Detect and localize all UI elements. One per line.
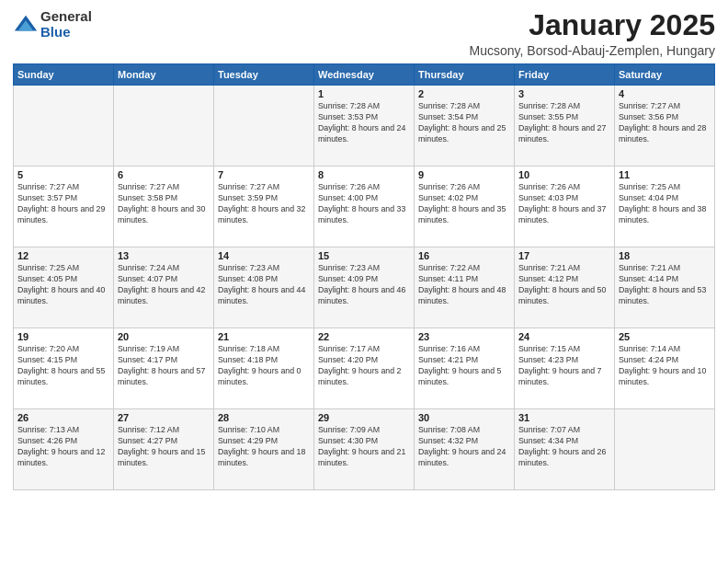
calendar-cell: 23Sunrise: 7:16 AMSunset: 4:21 PMDayligh… — [415, 328, 515, 409]
day-number: 18 — [619, 250, 711, 261]
day-info: Sunrise: 7:23 AMSunset: 4:09 PMDaylight:… — [318, 263, 410, 307]
day-info: Sunrise: 7:15 AMSunset: 4:23 PMDaylight:… — [518, 344, 610, 388]
calendar-table: Sunday Monday Tuesday Wednesday Thursday… — [13, 63, 715, 490]
day-info: Sunrise: 7:12 AMSunset: 4:27 PMDaylight:… — [118, 425, 210, 469]
day-number: 16 — [418, 250, 510, 261]
day-number: 10 — [518, 169, 610, 180]
col-thursday: Thursday — [415, 64, 515, 86]
calendar-cell: 5Sunrise: 7:27 AMSunset: 3:57 PMDaylight… — [14, 167, 114, 247]
day-info: Sunrise: 7:24 AMSunset: 4:07 PMDaylight:… — [118, 263, 210, 307]
day-number: 4 — [619, 88, 711, 99]
calendar-cell: 25Sunrise: 7:14 AMSunset: 4:24 PMDayligh… — [615, 328, 715, 409]
month-title: January 2025 — [470, 9, 715, 41]
day-number: 27 — [118, 412, 210, 423]
calendar-cell: 8Sunrise: 7:26 AMSunset: 4:00 PMDaylight… — [314, 167, 415, 247]
calendar-cell: 3Sunrise: 7:28 AMSunset: 3:55 PMDaylight… — [515, 86, 615, 167]
day-number: 8 — [318, 169, 410, 180]
day-number: 28 — [218, 412, 310, 423]
day-info: Sunrise: 7:09 AMSunset: 4:30 PMDaylight:… — [318, 425, 410, 469]
calendar-cell: 15Sunrise: 7:23 AMSunset: 4:09 PMDayligh… — [314, 247, 415, 328]
calendar-cell: 4Sunrise: 7:27 AMSunset: 3:56 PMDaylight… — [615, 86, 715, 167]
day-number: 30 — [418, 412, 510, 423]
logo: General Blue — [13, 9, 92, 40]
calendar-cell — [214, 86, 314, 167]
calendar-cell — [114, 86, 214, 167]
logo-general: General — [40, 9, 92, 25]
day-info: Sunrise: 7:26 AMSunset: 4:00 PMDaylight:… — [318, 182, 410, 226]
col-monday: Monday — [114, 64, 214, 86]
day-number: 25 — [619, 331, 711, 342]
calendar-cell: 1Sunrise: 7:28 AMSunset: 3:53 PMDaylight… — [314, 86, 415, 167]
day-number: 29 — [318, 412, 410, 423]
calendar-cell: 31Sunrise: 7:07 AMSunset: 4:34 PMDayligh… — [515, 409, 615, 490]
calendar-cell: 17Sunrise: 7:21 AMSunset: 4:12 PMDayligh… — [515, 247, 615, 328]
day-info: Sunrise: 7:28 AMSunset: 3:54 PMDaylight:… — [418, 101, 510, 145]
day-info: Sunrise: 7:18 AMSunset: 4:18 PMDaylight:… — [218, 344, 310, 388]
calendar-cell: 24Sunrise: 7:15 AMSunset: 4:23 PMDayligh… — [515, 328, 615, 409]
day-info: Sunrise: 7:17 AMSunset: 4:20 PMDaylight:… — [318, 344, 410, 388]
day-number: 26 — [17, 412, 109, 423]
day-info: Sunrise: 7:22 AMSunset: 4:11 PMDaylight:… — [418, 263, 510, 307]
day-info: Sunrise: 7:20 AMSunset: 4:15 PMDaylight:… — [17, 344, 109, 388]
calendar-cell: 16Sunrise: 7:22 AMSunset: 4:11 PMDayligh… — [415, 247, 515, 328]
day-number: 14 — [218, 250, 310, 261]
calendar-cell: 26Sunrise: 7:13 AMSunset: 4:26 PMDayligh… — [14, 409, 114, 490]
calendar-cell: 11Sunrise: 7:25 AMSunset: 4:04 PMDayligh… — [615, 167, 715, 247]
page: General Blue January 2025 Mucsony, Borso… — [0, 0, 728, 563]
day-info: Sunrise: 7:27 AMSunset: 3:58 PMDaylight:… — [118, 182, 210, 226]
day-info: Sunrise: 7:08 AMSunset: 4:32 PMDaylight:… — [418, 425, 510, 469]
day-number: 5 — [17, 169, 109, 180]
col-sunday: Sunday — [14, 64, 114, 86]
day-number: 7 — [218, 169, 310, 180]
calendar-cell: 21Sunrise: 7:18 AMSunset: 4:18 PMDayligh… — [214, 328, 314, 409]
day-info: Sunrise: 7:25 AMSunset: 4:04 PMDaylight:… — [619, 182, 711, 226]
calendar-week-3: 19Sunrise: 7:20 AMSunset: 4:15 PMDayligh… — [14, 328, 715, 409]
calendar-cell: 14Sunrise: 7:23 AMSunset: 4:08 PMDayligh… — [214, 247, 314, 328]
calendar-cell: 20Sunrise: 7:19 AMSunset: 4:17 PMDayligh… — [114, 328, 214, 409]
calendar-cell: 29Sunrise: 7:09 AMSunset: 4:30 PMDayligh… — [314, 409, 415, 490]
day-number: 9 — [418, 169, 510, 180]
day-number: 15 — [318, 250, 410, 261]
day-info: Sunrise: 7:28 AMSunset: 3:53 PMDaylight:… — [318, 101, 410, 145]
day-info: Sunrise: 7:27 AMSunset: 3:56 PMDaylight:… — [619, 101, 711, 145]
day-number: 3 — [518, 88, 610, 99]
day-number: 24 — [518, 331, 610, 342]
day-info: Sunrise: 7:16 AMSunset: 4:21 PMDaylight:… — [418, 344, 510, 388]
day-info: Sunrise: 7:27 AMSunset: 3:57 PMDaylight:… — [17, 182, 109, 226]
day-number: 20 — [118, 331, 210, 342]
calendar-cell: 19Sunrise: 7:20 AMSunset: 4:15 PMDayligh… — [14, 328, 114, 409]
header-row: Sunday Monday Tuesday Wednesday Thursday… — [14, 64, 715, 86]
day-number: 23 — [418, 331, 510, 342]
day-info: Sunrise: 7:21 AMSunset: 4:14 PMDaylight:… — [619, 263, 711, 307]
day-number: 22 — [318, 331, 410, 342]
day-info: Sunrise: 7:14 AMSunset: 4:24 PMDaylight:… — [619, 344, 711, 388]
day-info: Sunrise: 7:26 AMSunset: 4:03 PMDaylight:… — [518, 182, 610, 226]
calendar-cell: 12Sunrise: 7:25 AMSunset: 4:05 PMDayligh… — [14, 247, 114, 328]
col-tuesday: Tuesday — [214, 64, 314, 86]
logo-blue: Blue — [40, 25, 92, 40]
calendar-cell: 27Sunrise: 7:12 AMSunset: 4:27 PMDayligh… — [114, 409, 214, 490]
day-number: 11 — [619, 169, 711, 180]
day-number: 21 — [218, 331, 310, 342]
day-info: Sunrise: 7:07 AMSunset: 4:34 PMDaylight:… — [518, 425, 610, 469]
calendar-week-4: 26Sunrise: 7:13 AMSunset: 4:26 PMDayligh… — [14, 409, 715, 490]
calendar-cell: 9Sunrise: 7:26 AMSunset: 4:02 PMDaylight… — [415, 167, 515, 247]
day-info: Sunrise: 7:21 AMSunset: 4:12 PMDaylight:… — [518, 263, 610, 307]
calendar-cell: 13Sunrise: 7:24 AMSunset: 4:07 PMDayligh… — [114, 247, 214, 328]
logo-text: General Blue — [40, 9, 92, 40]
calendar-cell: 28Sunrise: 7:10 AMSunset: 4:29 PMDayligh… — [214, 409, 314, 490]
day-info: Sunrise: 7:19 AMSunset: 4:17 PMDaylight:… — [118, 344, 210, 388]
location: Mucsony, Borsod-Abauj-Zemplen, Hungary — [470, 43, 715, 58]
day-number: 1 — [318, 88, 410, 99]
col-wednesday: Wednesday — [314, 64, 415, 86]
header: General Blue January 2025 Mucsony, Borso… — [13, 9, 715, 58]
logo-icon — [13, 12, 39, 38]
col-saturday: Saturday — [615, 64, 715, 86]
day-number: 19 — [17, 331, 109, 342]
calendar-cell: 6Sunrise: 7:27 AMSunset: 3:58 PMDaylight… — [114, 167, 214, 247]
calendar-cell — [615, 409, 715, 490]
calendar-cell: 22Sunrise: 7:17 AMSunset: 4:20 PMDayligh… — [314, 328, 415, 409]
day-info: Sunrise: 7:26 AMSunset: 4:02 PMDaylight:… — [418, 182, 510, 226]
title-section: January 2025 Mucsony, Borsod-Abauj-Zempl… — [470, 9, 715, 58]
calendar-cell: 18Sunrise: 7:21 AMSunset: 4:14 PMDayligh… — [615, 247, 715, 328]
